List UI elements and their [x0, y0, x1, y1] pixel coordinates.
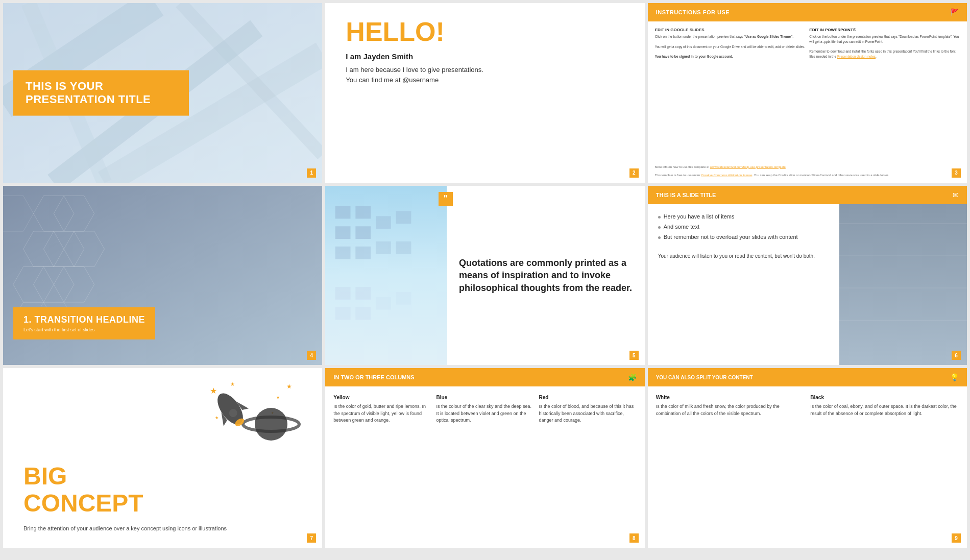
- slide-8-col3-title: Red: [539, 395, 637, 400]
- puzzle-icon: 🧩: [628, 373, 637, 381]
- svg-text:★: ★: [286, 383, 292, 390]
- svg-rect-27: [356, 247, 371, 259]
- list-text-2: And some text: [664, 224, 699, 230]
- slide-4-num: 4: [307, 351, 316, 360]
- svg-rect-25: [396, 211, 411, 224]
- slide-8-col2: Blue Is the colour of the clear sky and …: [436, 395, 534, 540]
- slide-1-num: 1: [307, 168, 316, 178]
- svg-rect-35: [396, 292, 411, 305]
- svg-rect-34: [376, 297, 391, 310]
- svg-rect-26: [335, 247, 351, 259]
- slide-5: " Quotations are commonly printed as a m…: [325, 186, 644, 366]
- slide-4-headline: 1. TRANSITION HEADLINE: [23, 314, 145, 325]
- slide-4: 1. TRANSITION HEADLINE Let's start with …: [3, 186, 322, 366]
- slide-9-col2-title: Black: [810, 395, 959, 400]
- list-item-2: And some text: [658, 224, 957, 230]
- slide-grid: THIS IS YOUR PRESENTATION TITLE 1 HELLO!…: [0, 0, 970, 551]
- slide-4-title-box: 1. TRANSITION HEADLINE Let's start with …: [13, 307, 155, 339]
- slide-6-num: 6: [952, 351, 961, 360]
- message-icon: ✉: [953, 191, 959, 199]
- slide-3-col2: EDIT IN POWERPOINT® Click on the button …: [809, 28, 960, 156]
- slide-9-header-title: YOU CAN ALSO SPLIT YOUR CONTENT: [656, 375, 753, 380]
- slide-6-footer: Your audience will listen to you or read…: [658, 252, 957, 260]
- svg-rect-31: [356, 287, 371, 300]
- svg-text:★: ★: [230, 381, 235, 387]
- slide-3-header-title: INSTRUCTIONS FOR USE: [656, 9, 730, 15]
- svg-text:★: ★: [210, 386, 217, 395]
- svg-text:★: ★: [276, 395, 280, 400]
- slide-9-col1-title: White: [656, 395, 805, 400]
- bullet-3: [658, 236, 661, 239]
- slide-3-col2-text: Click on the button under the presentati…: [809, 34, 960, 59]
- slide-2-heading: HELLO!: [346, 18, 624, 45]
- slide-8-col1-text: Is the color of gold, butter and ripe le…: [333, 403, 431, 424]
- slide-3: INSTRUCTIONS FOR USE 🚩 EDIT IN GOOGLE SL…: [648, 3, 967, 183]
- slide-8-col1: Yellow Is the color of gold, butter and …: [333, 395, 431, 540]
- slide-1: THIS IS YOUR PRESENTATION TITLE 1: [3, 3, 322, 183]
- slide-9: YOU CAN ALSO SPLIT YOUR CONTENT 💡 White …: [648, 368, 967, 548]
- svg-rect-33: [356, 307, 371, 320]
- slide-1-title-box: THIS IS YOUR PRESENTATION TITLE: [13, 70, 189, 115]
- slide-7: ★ ★ ★ ★ ★ ★ BIG: [3, 368, 322, 548]
- svg-rect-29: [396, 241, 411, 254]
- slide-3-footer: More info on how to use this template at…: [648, 162, 967, 183]
- slide-6-content: Here you have a list of items And some t…: [648, 204, 967, 366]
- slide-9-col2-text: Is the color of coal, ebony, and of oute…: [810, 403, 959, 417]
- svg-text:★: ★: [215, 416, 219, 420]
- svg-rect-30: [335, 287, 351, 300]
- lightbulb-icon: 💡: [950, 373, 959, 381]
- slide-8-col1-title: Yellow: [333, 395, 431, 400]
- slide-7-desc: Bring the attention of your audience ove…: [23, 524, 246, 533]
- slide-5-image: ": [325, 186, 447, 366]
- slide-3-col1: EDIT IN GOOGLE SLIDES Click on the butto…: [655, 28, 806, 156]
- slide-3-col1-text: Click on the button under the presentati…: [655, 34, 806, 59]
- slide-2-desc-line1: I am here because I love to give present…: [346, 65, 624, 75]
- svg-point-47: [255, 408, 287, 441]
- slide-2-desc-line2: You can find me at @username: [346, 75, 624, 85]
- slide-3-content: EDIT IN GOOGLE SLIDES Click on the butto…: [648, 21, 967, 162]
- slide-6-list: Here you have a list of items And some t…: [658, 213, 957, 244]
- list-text-3: But remember not to overload your slides…: [664, 234, 798, 240]
- quote-mark-icon: ": [439, 192, 453, 206]
- slide-8-col2-text: Is the colour of the clear sky and the d…: [436, 403, 534, 424]
- rocket-area: ★ ★ ★ ★ ★ ★: [200, 378, 302, 470]
- slide-3-col2-title: EDIT IN POWERPOINT®: [809, 28, 960, 32]
- slide-6: THIS IS A SLIDE TITLE ✉: [648, 186, 967, 366]
- slide-3-header: INSTRUCTIONS FOR USE 🚩: [648, 3, 967, 21]
- slide-2-num: 2: [629, 168, 639, 178]
- slide-7-title: BIG CONCEPT: [23, 463, 302, 517]
- slide-8-header-title: IN TWO OR THREE COLUMNS: [333, 374, 414, 380]
- svg-rect-22: [335, 226, 351, 239]
- slide-9-col2: Black Is the color of coal, ebony, and o…: [810, 395, 959, 540]
- slide-8-num: 8: [629, 533, 639, 543]
- slide-5-num: 5: [629, 351, 639, 360]
- slide-5-quote: Quotations are commonly printed as a mea…: [459, 257, 633, 294]
- slide-4-subtitle: Let's start with the first set of slides: [23, 327, 145, 332]
- slide-3-col1-title: EDIT IN GOOGLE SLIDES: [655, 28, 806, 32]
- slide-8-col2-title: Blue: [436, 395, 534, 400]
- slide-9-columns: White Is the color of milk and fresh sno…: [648, 386, 967, 548]
- list-item-3: But remember not to overload your slides…: [658, 234, 957, 240]
- svg-rect-32: [335, 307, 351, 320]
- bullet-1: [658, 216, 661, 218]
- slide-2: HELLO! I am Jayden Smith I am here becau…: [325, 3, 644, 183]
- slide-3-num: 3: [952, 168, 961, 178]
- bullet-2: [658, 226, 661, 229]
- list-text-1: Here you have a list of items: [664, 213, 735, 220]
- svg-rect-24: [376, 216, 391, 229]
- slide-6-header: THIS IS A SLIDE TITLE ✉: [648, 186, 967, 204]
- slide-7-num: 7: [307, 533, 316, 543]
- slide-9-col1: White Is the color of milk and fresh sno…: [656, 395, 805, 540]
- slide-6-header-title: THIS IS A SLIDE TITLE: [656, 192, 716, 198]
- svg-rect-20: [335, 206, 351, 218]
- slide-9-header: YOU CAN ALSO SPLIT YOUR CONTENT 💡: [648, 368, 967, 386]
- slide-8-header: IN TWO OR THREE COLUMNS 🧩: [325, 368, 644, 386]
- svg-rect-23: [356, 226, 371, 239]
- slide-2-name: I am Jayden Smith: [346, 52, 624, 61]
- flag-icon: 🚩: [950, 8, 959, 16]
- slide-5-content: Quotations are commonly printed as a mea…: [447, 186, 645, 366]
- slide-8-col3: Red Is the color of blood, and because o…: [539, 395, 637, 540]
- slide-8-col3-text: Is the color of blood, and because of th…: [539, 403, 637, 424]
- slide-1-title: THIS IS YOUR PRESENTATION TITLE: [26, 79, 177, 106]
- list-item-1: Here you have a list of items: [658, 213, 957, 220]
